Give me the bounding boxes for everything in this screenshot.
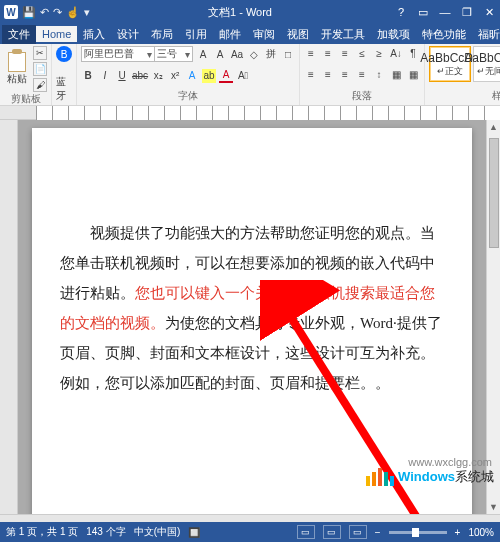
ribbon: 粘贴 ✂ 📄 🖌 剪贴板 B 蓝牙 阿里巴巴普 ▾ 三号 ▾ A A Aa ◇ [0, 44, 500, 106]
minimize-icon[interactable]: — [434, 6, 456, 19]
view-read-mode-button[interactable]: ▭ [297, 525, 315, 539]
watermark-brand-suffix: 系统城 [455, 469, 494, 484]
align-left-button[interactable]: ≡ [304, 68, 318, 82]
tab-review[interactable]: 审阅 [247, 25, 281, 44]
zoom-out-button[interactable]: − [375, 527, 381, 538]
underline-button[interactable]: U [115, 69, 129, 83]
font-color-button[interactable]: A [219, 69, 233, 83]
scroll-track[interactable] [487, 134, 500, 500]
sort-button[interactable]: A↓ [389, 46, 403, 60]
format-painter-icon[interactable]: 🖌 [33, 78, 47, 92]
align-right-button[interactable]: ≡ [338, 68, 352, 82]
zoom-level[interactable]: 100% [468, 527, 494, 538]
enclose-char-button[interactable]: A⃝ [236, 69, 250, 83]
tab-references[interactable]: 引用 [179, 25, 213, 44]
close-icon[interactable]: ✕ [478, 6, 500, 19]
tab-special[interactable]: 特色功能 [416, 25, 472, 44]
group-paragraph: ≡ ≡ ≡ ≤ ≥ A↓ ¶ ≡ ≡ ≡ ≡ ↕ ▦ ▦ 段落 [300, 44, 425, 105]
undo-icon[interactable]: ↶ [40, 6, 49, 19]
horizontal-ruler[interactable] [0, 106, 500, 120]
tab-file[interactable]: 文件 [2, 25, 36, 44]
qat-more-icon[interactable]: ▾ [84, 6, 90, 19]
subscript-button[interactable]: x₂ [151, 69, 165, 83]
status-page[interactable]: 第 1 页，共 1 页 [6, 525, 78, 539]
align-center-button[interactable]: ≡ [321, 68, 335, 82]
line-spacing-button[interactable]: ↕ [372, 68, 386, 82]
watermark-bars-icon [366, 468, 394, 486]
bluetooth-icon[interactable]: B [56, 46, 72, 62]
style-no-spacing[interactable]: AaBbCcDd ↵无间隔 [473, 46, 500, 82]
tab-view[interactable]: 视图 [281, 25, 315, 44]
tab-mailings[interactable]: 邮件 [213, 25, 247, 44]
status-word-count[interactable]: 143 个字 [86, 525, 125, 539]
italic-button[interactable]: I [98, 69, 112, 83]
multilevel-list-button[interactable]: ≡ [338, 46, 352, 60]
font-name-combo[interactable]: 阿里巴巴普 ▾ 三号 ▾ [81, 46, 193, 62]
group-styles-label: 样式 [429, 89, 500, 103]
shrink-font-button[interactable]: A [213, 47, 227, 61]
save-icon[interactable]: 💾 [22, 6, 36, 19]
restore-icon[interactable]: ❐ [456, 6, 478, 19]
tab-addins[interactable]: 加载项 [371, 25, 416, 44]
tab-design[interactable]: 设计 [111, 25, 145, 44]
window-controls: ? ▭ — ❐ ✕ [390, 6, 500, 19]
redo-icon[interactable]: ↷ [53, 6, 62, 19]
zoom-slider[interactable] [389, 531, 447, 534]
scroll-up-icon[interactable]: ▲ [487, 120, 500, 134]
chevron-down-icon: ▾ [182, 49, 192, 60]
font-name-value: 阿里巴巴普 [82, 47, 144, 61]
view-print-layout-button[interactable]: ▭ [323, 525, 341, 539]
show-marks-button[interactable]: ¶ [406, 46, 420, 60]
copy-icon[interactable]: 📄 [33, 62, 47, 76]
decrease-indent-button[interactable]: ≤ [355, 46, 369, 60]
group-clipboard-label: 剪贴板 [4, 92, 47, 106]
numbering-button[interactable]: ≡ [321, 46, 335, 60]
group-styles: AaBbCcDd ↵正文 AaBbCcDd ↵无间隔 AaBl 标题 1 ▾ 样… [425, 44, 500, 105]
group-clipboard: 粘贴 ✂ 📄 🖌 剪贴板 [0, 44, 52, 105]
help-icon[interactable]: ? [390, 6, 412, 19]
titlebar: W 💾 ↶ ↷ ☝ ▾ 文档1 - Word ? ▭ — ❐ ✕ [0, 0, 500, 24]
superscript-button[interactable]: x² [168, 69, 182, 83]
status-language[interactable]: 中文(中国) [134, 525, 181, 539]
bold-button[interactable]: B [81, 69, 95, 83]
touch-mode-icon[interactable]: ☝ [66, 6, 80, 19]
borders-button[interactable]: ▦ [406, 68, 420, 82]
strikethrough-button[interactable]: abc [132, 69, 148, 83]
paste-label: 粘贴 [7, 72, 27, 86]
char-border-button[interactable]: □ [281, 47, 295, 61]
horizontal-scrollbar[interactable] [0, 514, 500, 522]
status-track-changes[interactable]: 🔲 [188, 527, 200, 538]
tab-layout[interactable]: 布局 [145, 25, 179, 44]
text-effects-button[interactable]: A [185, 69, 199, 83]
bullets-button[interactable]: ≡ [304, 46, 318, 60]
watermark-brand-prefix: Windows [398, 469, 455, 484]
group-font-label: 字体 [81, 89, 295, 103]
document-paragraph[interactable]: 视频提供了功能强大的方法帮助您证明您的观点。当您单击联机视频时，可以在想要添加的… [60, 218, 444, 398]
change-case-button[interactable]: Aa [230, 47, 244, 61]
tab-developer[interactable]: 开发工具 [315, 25, 371, 44]
clear-format-button[interactable]: ◇ [247, 47, 261, 61]
vertical-scrollbar[interactable]: ▲ ▼ [486, 120, 500, 514]
shading-button[interactable]: ▦ [389, 68, 403, 82]
align-justify-button[interactable]: ≡ [355, 68, 369, 82]
paste-button[interactable]: 粘贴 [4, 52, 30, 86]
ribbon-options-icon[interactable]: ▭ [412, 6, 434, 19]
highlight-button[interactable]: ab [202, 69, 216, 83]
increase-indent-button[interactable]: ≥ [372, 46, 386, 60]
zoom-thumb[interactable] [412, 528, 418, 537]
phonetic-guide-button[interactable]: 拼 [264, 47, 278, 61]
window-title: 文档1 - Word [90, 5, 390, 20]
scroll-down-icon[interactable]: ▼ [487, 500, 500, 514]
font-size-value: 三号 [154, 47, 182, 61]
cut-icon[interactable]: ✂ [33, 46, 47, 60]
scroll-thumb[interactable] [489, 138, 499, 248]
vertical-ruler[interactable] [0, 120, 18, 514]
tab-insert[interactable]: 插入 [77, 25, 111, 44]
document-page[interactable]: 视频提供了功能强大的方法帮助您证明您的观点。当您单击联机视频时，可以在想要添加的… [32, 128, 472, 514]
zoom-in-button[interactable]: + [455, 527, 461, 538]
tab-foxit-pdf[interactable]: 福昕PDF [472, 25, 500, 44]
view-web-layout-button[interactable]: ▭ [349, 525, 367, 539]
tab-home[interactable]: Home [36, 26, 77, 42]
grow-font-button[interactable]: A [196, 47, 210, 61]
style-sample: AaBbCcDd [464, 51, 500, 65]
